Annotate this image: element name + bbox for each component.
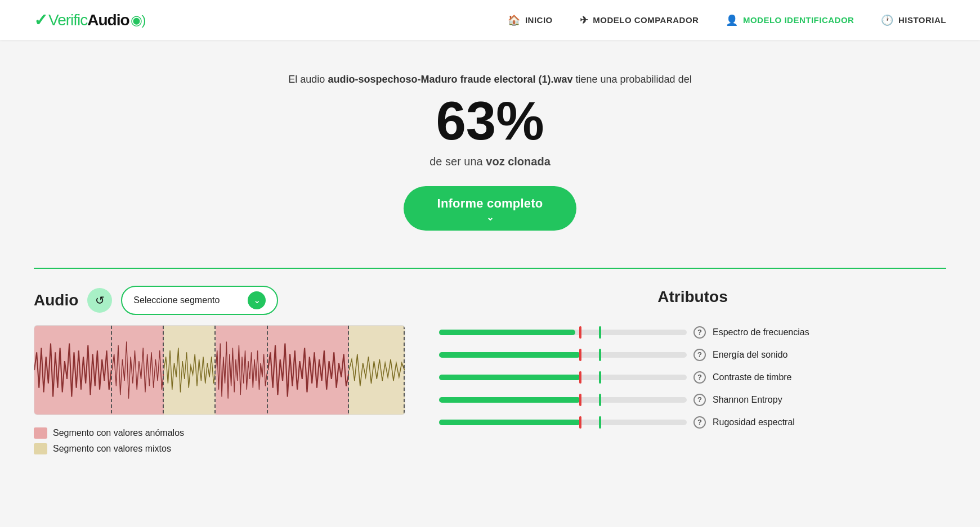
audio-title: Audio — [34, 291, 78, 309]
select-chevron-icon: ⌄ — [248, 291, 266, 309]
legend-mixed: Segmento con valores mixtos — [34, 443, 405, 454]
attr-question-shannon[interactable]: ? — [693, 394, 706, 406]
report-button[interactable]: Informe completo ⌄ — [404, 186, 577, 231]
attr-label-contraste: Contraste de timbre — [713, 372, 792, 382]
nav-modelo-identificador-label: MODELO IDENTIFICADOR — [743, 15, 854, 25]
attr-marker-red-shannon — [579, 394, 581, 406]
attr-question-espectro[interactable]: ? — [693, 326, 706, 339]
nav-modelo-comparador-label: MODELO COMPARADOR — [593, 15, 699, 25]
legend-box-mixed — [34, 443, 47, 454]
identify-icon: 👤 — [726, 14, 739, 26]
logo-verific: Verific — [48, 11, 87, 29]
attribute-row-rugosidad: ? Rugosidad espectral — [439, 416, 946, 429]
attr-track-energia — [439, 352, 687, 358]
prob-subtitle: de ser una voz clonada — [34, 155, 946, 168]
attr-fill-espectro — [439, 330, 575, 335]
audio-panel: Audio ↺ Seleccione segmento ⌄ — [34, 286, 405, 454]
logo-wave-icon: ◉) — [131, 12, 146, 28]
attributes-title: Atributos — [439, 288, 946, 306]
legend-mixed-label: Segmento con valores mixtos — [53, 444, 171, 454]
prob-desc-prefix: El audio — [288, 74, 328, 85]
segment-select[interactable]: Seleccione segmento ⌄ — [121, 286, 278, 315]
audio-header: Audio ↺ Seleccione segmento ⌄ — [34, 286, 405, 315]
attr-track-contraste — [439, 375, 687, 380]
probability-percent: 63% — [34, 91, 946, 151]
waveform-legend: Segmento con valores anómalos Segmento c… — [34, 427, 405, 454]
logo-audio: Audio — [87, 11, 129, 29]
waveform-segment-6[interactable] — [349, 326, 405, 415]
logo: ✓VerificAudio◉) — [34, 10, 146, 30]
waveform-container — [34, 325, 405, 415]
attr-marker-green-contraste — [599, 371, 601, 384]
prob-desc-suffix: tiene una probabilidad del — [572, 74, 691, 85]
attr-fill-rugosidad — [439, 420, 580, 425]
nav-inicio-label: INICIO — [525, 15, 553, 25]
nav-modelo-comparador[interactable]: ✈ MODELO COMPARADOR — [580, 14, 699, 26]
waveform-segment-4[interactable] — [216, 326, 267, 415]
attr-marker-green-espectro — [599, 326, 601, 339]
attr-fill-energia — [439, 352, 580, 358]
waveform-segment-2[interactable] — [112, 326, 164, 415]
attribute-rows: ? Espectro de frecuencias ? Energía del … — [439, 326, 946, 429]
analysis-section: Audio ↺ Seleccione segmento ⌄ — [34, 269, 946, 471]
waveform-segment-1[interactable] — [34, 326, 112, 415]
prob-subtitle-prefix: de ser una — [429, 155, 486, 168]
legend-box-anomalous — [34, 427, 47, 439]
waveform-segment-3[interactable] — [164, 326, 216, 415]
attribute-row-shannon: ? Shannon Entropy — [439, 394, 946, 406]
attr-marker-red-contraste — [579, 371, 581, 384]
prob-subtitle-bold: voz clonada — [486, 155, 550, 168]
attr-question-rugosidad[interactable]: ? — [693, 416, 706, 429]
header: ✓VerificAudio◉) 🏠 INICIO ✈ MODELO COMPAR… — [0, 0, 980, 40]
compare-icon: ✈ — [580, 14, 589, 26]
attributes-panel: Atributos ? Espectro de frecuencias ? En… — [439, 286, 946, 439]
chevron-down-icon: ⌄ — [486, 212, 494, 223]
legend-anomalous: Segmento con valores anómalos — [34, 427, 405, 439]
nav-historial[interactable]: 🕐 HISTORIAL — [881, 14, 946, 26]
probability-section: El audio audio-sospechoso-Maduro fraude … — [34, 62, 946, 247]
main-nav: 🏠 INICIO ✈ MODELO COMPARADOR 👤 MODELO ID… — [508, 14, 946, 26]
home-icon: 🏠 — [508, 14, 521, 26]
refresh-button[interactable]: ↺ — [87, 288, 112, 313]
nav-inicio[interactable]: 🏠 INICIO — [508, 14, 552, 26]
attr-marker-red-energia — [579, 349, 581, 361]
attribute-row-contraste: ? Contraste de timbre — [439, 371, 946, 384]
attr-fill-shannon — [439, 397, 580, 403]
nav-historial-label: HISTORIAL — [898, 15, 946, 25]
attr-fill-contraste — [439, 375, 580, 380]
attr-question-energia[interactable]: ? — [693, 349, 706, 361]
nav-modelo-identificador[interactable]: 👤 MODELO IDENTIFICADOR — [726, 14, 854, 26]
prob-description: El audio audio-sospechoso-Maduro fraude … — [34, 74, 946, 85]
attr-label-espectro: Espectro de frecuencias — [713, 327, 809, 337]
attr-track-espectro — [439, 330, 687, 335]
prob-filename: audio-sospechoso-Maduro fraude electoral… — [328, 74, 572, 85]
attr-track-rugosidad — [439, 420, 687, 425]
attr-label-rugosidad: Rugosidad espectral — [713, 417, 795, 427]
waveform-segment-5[interactable] — [268, 326, 350, 415]
segment-select-label: Seleccione segmento — [133, 295, 220, 305]
attr-question-contraste[interactable]: ? — [693, 371, 706, 384]
attr-marker-green-rugosidad — [599, 416, 601, 429]
attribute-row-energia: ? Energía del sonido — [439, 349, 946, 361]
attr-track-shannon — [439, 397, 687, 403]
attr-label-shannon: Shannon Entropy — [713, 395, 782, 405]
report-button-label: Informe completo — [437, 196, 543, 211]
attr-marker-red-espectro — [579, 326, 581, 339]
attr-marker-green-shannon — [599, 394, 601, 406]
history-icon: 🕐 — [881, 14, 894, 26]
attribute-row-espectro: ? Espectro de frecuencias — [439, 326, 946, 339]
attr-label-energia: Energía del sonido — [713, 350, 787, 360]
legend-anomalous-label: Segmento con valores anómalos — [53, 428, 184, 438]
refresh-icon: ↺ — [95, 294, 105, 307]
attr-marker-green-energia — [599, 349, 601, 361]
logo-check-icon: ✓ — [34, 10, 47, 30]
attr-marker-red-rugosidad — [579, 416, 581, 429]
main-content: El audio audio-sospechoso-Maduro fraude … — [0, 40, 980, 471]
